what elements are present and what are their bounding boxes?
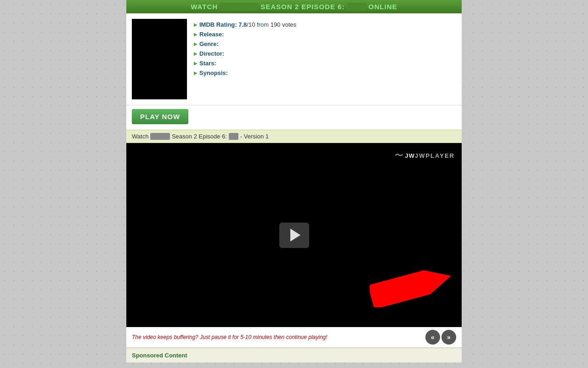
prev-button[interactable]: «: [425, 330, 440, 345]
svg-marker-0: [370, 266, 452, 307]
play-overlay-button[interactable]: [279, 223, 309, 248]
movie-poster: [132, 19, 187, 99]
sponsored-content-bar: Sponsored Content: [126, 348, 462, 362]
release-label: Release:: [199, 31, 224, 38]
episode-version: - Version 1: [240, 133, 269, 140]
arrow-icon-stars: ▶: [194, 61, 198, 66]
imdb-from: from: [257, 21, 269, 28]
ep-redacted-2: [229, 133, 239, 140]
arrow-icon-synopsis: ▶: [194, 70, 198, 75]
imdb-rating: IMDB Rating: 7.8/10 from 190 votes: [199, 21, 296, 28]
title-redacted-2: [347, 3, 366, 11]
imdb-score: 7.8: [238, 21, 247, 28]
episode-prefix: Watch: [132, 133, 148, 140]
arrow-icon-genre: ▶: [194, 41, 198, 46]
arrow-icon-imdb: ▶: [194, 22, 198, 27]
stars-label: Stars:: [199, 60, 216, 67]
page-wrapper: WATCH SEASON 2 EPISODE 6: ONLINE ▶ IMDB …: [0, 0, 588, 368]
sponsored-label: Sponsored Content: [132, 352, 187, 359]
title-prefix: WATCH: [191, 3, 218, 11]
stars-row: ▶ Stars:: [194, 60, 456, 67]
play-now-button[interactable]: PLAY NOW: [132, 109, 188, 124]
episode-season-ep: Season 2 Episode 6:: [172, 133, 227, 140]
imdb-row: ▶ IMDB Rating: 7.8/10 from 190 votes: [194, 21, 456, 28]
video-player[interactable]: 〜 JWJWPLAYER: [126, 143, 462, 327]
genre-label: Genre:: [199, 40, 219, 47]
ep-redacted: [150, 133, 170, 140]
arrow-icon-director: ▶: [194, 51, 198, 56]
info-section: ▶ IMDB Rating: 7.8/10 from 190 votes ▶ R…: [126, 13, 462, 105]
red-arrow-icon: [370, 266, 452, 307]
episode-bar: Watch Season 2 Episode 6: - Version 1: [126, 130, 462, 143]
play-triangle-icon: [290, 229, 300, 242]
title-bar: WATCH SEASON 2 EPISODE 6: ONLINE: [126, 0, 462, 13]
title-suffix: ONLINE: [368, 3, 397, 11]
next-button[interactable]: »: [441, 330, 456, 345]
jwplayer-logo: 〜 JWJWPLAYER: [395, 150, 455, 161]
play-button-wrap: PLAY NOW: [126, 105, 462, 130]
info-details: ▶ IMDB Rating: 7.8/10 from 190 votes ▶ R…: [194, 19, 456, 99]
imdb-max: 10: [249, 21, 255, 28]
buffering-bar: The video keeps buffering? Just pause it…: [126, 327, 462, 348]
arrow-icon-release: ▶: [194, 32, 198, 37]
genre-row: ▶ Genre:: [194, 40, 456, 47]
director-label: Director:: [199, 50, 224, 57]
main-content: WATCH SEASON 2 EPISODE 6: ONLINE ▶ IMDB …: [126, 0, 462, 362]
title-season-episode: SEASON 2 EPISODE 6:: [260, 3, 345, 11]
red-arrow-container: [370, 266, 452, 309]
title-redacted-1: [220, 3, 258, 11]
synopsis-label: Synopsis:: [199, 69, 228, 76]
jw-text: JWJWPLAYER: [405, 152, 455, 159]
synopsis-row: ▶ Synopsis:: [194, 69, 456, 76]
buffering-text: The video keeps buffering? Just pause it…: [132, 334, 328, 340]
imdb-label: IMDB Rating:: [199, 21, 237, 28]
nav-buttons: « »: [425, 330, 456, 345]
release-row: ▶ Release:: [194, 31, 456, 38]
jw-icon: 〜: [395, 150, 403, 161]
imdb-votes: 190 votes: [271, 21, 296, 28]
director-row: ▶ Director:: [194, 50, 456, 57]
